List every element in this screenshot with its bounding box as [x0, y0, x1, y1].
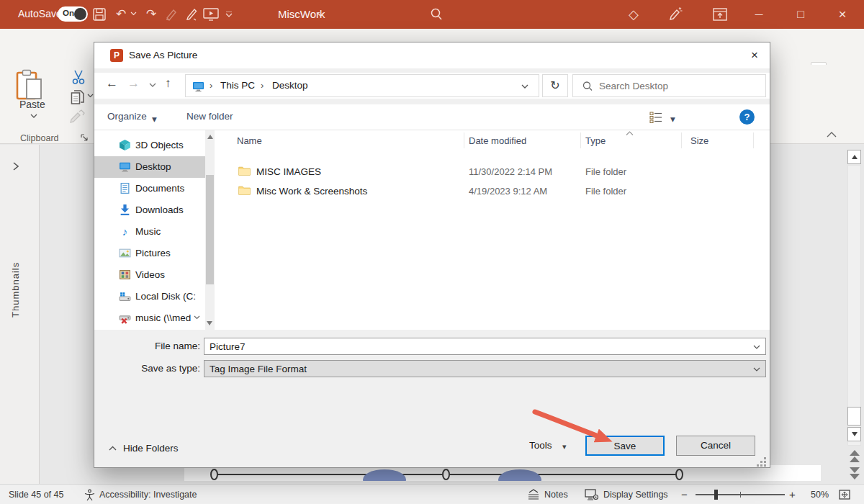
new-folder-button[interactable]: New folder	[186, 111, 233, 122]
cancel-button[interactable]: Cancel	[676, 436, 755, 456]
sidebar-item-network-music-drive[interactable]: music (\\med	[94, 307, 205, 329]
help-icon[interactable]: ?	[739, 109, 755, 125]
refresh-button[interactable]: ↻	[542, 74, 568, 97]
sort-ascending-caret	[626, 131, 634, 135]
address-bar[interactable]: › This PC › Desktop	[185, 74, 539, 97]
copy-dropdown-chevron[interactable]	[87, 94, 94, 98]
scrollbar-thumb[interactable]	[847, 407, 861, 426]
maximize-button[interactable]: □	[786, 0, 815, 29]
undo-button[interactable]: ↶	[112, 6, 130, 23]
scrollbar-down-button[interactable]	[847, 427, 861, 441]
sidebar-item-pictures[interactable]: Pictures	[94, 243, 205, 264]
cut-scissors-icon[interactable]	[71, 69, 86, 85]
address-bar-dropdown-chevron[interactable]	[521, 84, 528, 89]
sidebar-scroll-up[interactable]	[207, 135, 213, 139]
annotation-arrow-to-save	[529, 408, 623, 451]
slideshow-icon[interactable]	[203, 8, 219, 21]
hide-folders-button[interactable]: Hide Folders	[123, 443, 179, 454]
pictures-icon	[119, 247, 131, 259]
breadcrumb-separator: ›	[210, 80, 212, 91]
view-options-icon[interactable]	[649, 111, 663, 124]
save-as-type-value: Tag Image File Format	[210, 364, 307, 374]
dialog-command-bar: Organize ▾ New folder ▾ ?	[94, 104, 770, 130]
sidebar-item-desktop[interactable]: Desktop	[94, 156, 205, 178]
slide-ellipse-shape	[498, 469, 541, 481]
column-header-size[interactable]: Size	[690, 135, 708, 146]
sidebar-scrollbar[interactable]	[205, 130, 215, 330]
zoom-level[interactable]: 50%	[811, 490, 829, 500]
thumbnails-panel-label[interactable]: Thumbnails	[10, 202, 21, 318]
slide-ellipse-shape	[363, 469, 406, 481]
next-slide-button[interactable]	[850, 467, 860, 480]
search-box[interactable]: Search Desktop	[572, 74, 766, 97]
sidebar-item-3d-objects[interactable]: 3D Objects	[94, 135, 205, 156]
premium-diamond-icon[interactable]: ◇	[625, 6, 642, 23]
breadcrumb-separator: ›	[261, 80, 264, 91]
close-button[interactable]: ×	[828, 0, 857, 29]
save-icon[interactable]	[92, 7, 107, 22]
powerpoint-app-icon: P	[110, 49, 123, 62]
zoom-in-button[interactable]: +	[789, 488, 796, 500]
forward-button[interactable]: →	[127, 76, 140, 91]
dialog-resize-grip[interactable]	[757, 457, 767, 467]
paste-dropdown-chevron[interactable]	[30, 114, 37, 119]
scrollbar-track[interactable]	[847, 165, 861, 446]
sidebar-item-music[interactable]: ♪ Music	[94, 221, 205, 243]
previous-slide-button[interactable]	[850, 450, 860, 463]
file-name-input[interactable]: Picture7	[204, 338, 766, 355]
paste-icon[interactable]	[16, 69, 43, 101]
notes-button[interactable]: Notes	[544, 490, 568, 500]
draw-highlighter-icon[interactable]	[164, 7, 179, 22]
powerpoint-window: AutoSave On ↶ ↷ MiscWork	[0, 0, 864, 504]
desktop-icon	[119, 161, 131, 173]
redo-button[interactable]: ↷	[143, 6, 160, 23]
back-button[interactable]: ←	[106, 76, 118, 91]
display-settings-button[interactable]: Display Settings	[603, 490, 668, 500]
accessibility-status[interactable]: Accessibility: Investigate	[99, 490, 197, 500]
ribbon-display-options-icon[interactable]	[713, 8, 727, 21]
sidebar-item-local-disk-c[interactable]: Local Disk (C:	[94, 286, 205, 307]
slide-count[interactable]: Slide 45 of 45	[9, 490, 63, 500]
zoom-slider-thumb[interactable]	[714, 490, 718, 500]
dialog-close-button[interactable]: ×	[744, 47, 765, 64]
view-options-caret[interactable]: ▾	[670, 113, 675, 125]
save-as-type-select[interactable]: Tag Image File Format	[204, 360, 766, 377]
file-name-label: File name:	[94, 341, 200, 351]
scrollbar-up-button[interactable]	[847, 150, 861, 164]
copy-icon[interactable]	[71, 89, 85, 105]
sidebar-scroll-down[interactable]	[207, 321, 212, 325]
autosave-toggle[interactable]: On	[58, 6, 88, 22]
sidebar-item-downloads[interactable]: Downloads	[94, 199, 205, 221]
up-button[interactable]: ↑	[165, 76, 171, 91]
column-header-type[interactable]: Type	[585, 135, 606, 146]
column-header-name[interactable]: Name	[237, 135, 262, 146]
recent-locations-chevron[interactable]	[149, 83, 156, 88]
thumbnails-panel: Thumbnails	[0, 145, 40, 484]
zoom-out-button[interactable]: −	[681, 488, 688, 500]
fit-slide-to-window-icon[interactable]	[838, 489, 851, 500]
organize-button[interactable]: Organize	[107, 111, 147, 122]
thumbnails-expand-chevron[interactable]	[13, 162, 19, 171]
sidebar-scroll-thumb[interactable]	[206, 175, 214, 284]
breadcrumb-desktop[interactable]: Desktop	[272, 80, 308, 91]
sidebar-item-videos[interactable]: Videos	[94, 264, 205, 286]
draw-pen-icon[interactable]	[184, 7, 199, 22]
sidebar-item-documents[interactable]: Documents	[94, 178, 205, 199]
breadcrumb-this-pc[interactable]: This PC	[220, 80, 255, 91]
save-as-type-dropdown-chevron[interactable]	[753, 367, 760, 372]
file-name-dropdown-chevron[interactable]	[753, 345, 760, 350]
feedback-icon[interactable]	[668, 7, 684, 22]
column-header-date-modified[interactable]: Date modified	[469, 135, 526, 146]
downloads-icon	[119, 204, 131, 216]
dialog-titlebar: P Save As Picture ×	[94, 42, 770, 68]
search-icon[interactable]	[429, 7, 444, 22]
clipboard-dialog-launcher-icon[interactable]	[81, 134, 89, 142]
paste-button[interactable]: Paste	[19, 99, 45, 110]
format-painter-icon[interactable]	[69, 109, 86, 127]
sidebar-item-expand-chevron[interactable]	[194, 315, 200, 320]
undo-dropdown-chevron[interactable]	[130, 12, 137, 16]
qat-customize-chevron[interactable]	[225, 12, 233, 17]
collapse-ribbon-chevron[interactable]	[827, 131, 837, 138]
minimize-button[interactable]: ─	[744, 0, 773, 29]
display-settings-icon	[585, 489, 599, 500]
